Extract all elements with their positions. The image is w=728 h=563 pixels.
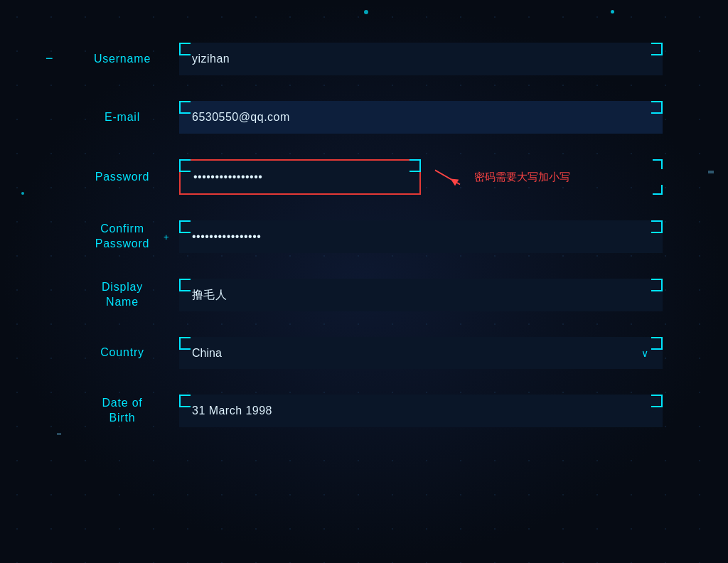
- country-label: Country: [65, 345, 179, 360]
- date-of-birth-field-wrapper: [179, 395, 663, 427]
- date-of-birth-row: Date of Birth: [65, 395, 663, 427]
- plus-icon: +: [164, 232, 169, 242]
- password-error-tooltip: 密码需要大写加小写: [474, 171, 570, 184]
- country-field-wrapper: China United States Japan Korea Other ∨: [179, 337, 663, 369]
- email-field-wrapper: [179, 101, 663, 134]
- password-label: Password: [65, 170, 179, 185]
- country-row: Country China United States Japan Korea …: [65, 337, 663, 369]
- error-arrow-icon: [428, 167, 467, 192]
- password-brackets: [179, 159, 421, 195]
- email-input[interactable]: [179, 101, 663, 134]
- display-name-label: Display Name: [65, 280, 179, 310]
- registration-form: − Username E-mail Password: [23, 0, 705, 481]
- confirm-password-field-wrapper: +: [179, 220, 663, 253]
- password-row: Password 密码需要大写加小写: [65, 159, 663, 195]
- deco-rect-right: [708, 171, 714, 173]
- display-name-input[interactable]: [179, 279, 663, 311]
- username-label: − Username: [65, 52, 179, 67]
- confirm-password-brackets: [179, 220, 663, 253]
- username-field-wrapper: [179, 43, 663, 75]
- date-of-birth-label: Date of Birth: [65, 396, 179, 426]
- password-input[interactable]: [179, 159, 421, 195]
- password-right-bracket: [653, 159, 663, 195]
- username-row: − Username: [65, 43, 663, 75]
- confirm-password-label: Confirm Password: [65, 222, 179, 252]
- password-field-wrapper: [179, 159, 421, 195]
- display-name-row: Display Name: [65, 279, 663, 311]
- date-of-birth-input[interactable]: [179, 395, 663, 427]
- username-input[interactable]: [179, 43, 663, 75]
- confirm-password-row: Confirm Password +: [65, 220, 663, 253]
- display-name-field-wrapper: [179, 279, 663, 311]
- confirm-password-input[interactable]: [179, 220, 663, 253]
- minus-icon: −: [46, 50, 53, 67]
- email-label: E-mail: [65, 110, 179, 125]
- email-row: E-mail: [65, 101, 663, 134]
- country-select[interactable]: China United States Japan Korea Other: [179, 337, 663, 369]
